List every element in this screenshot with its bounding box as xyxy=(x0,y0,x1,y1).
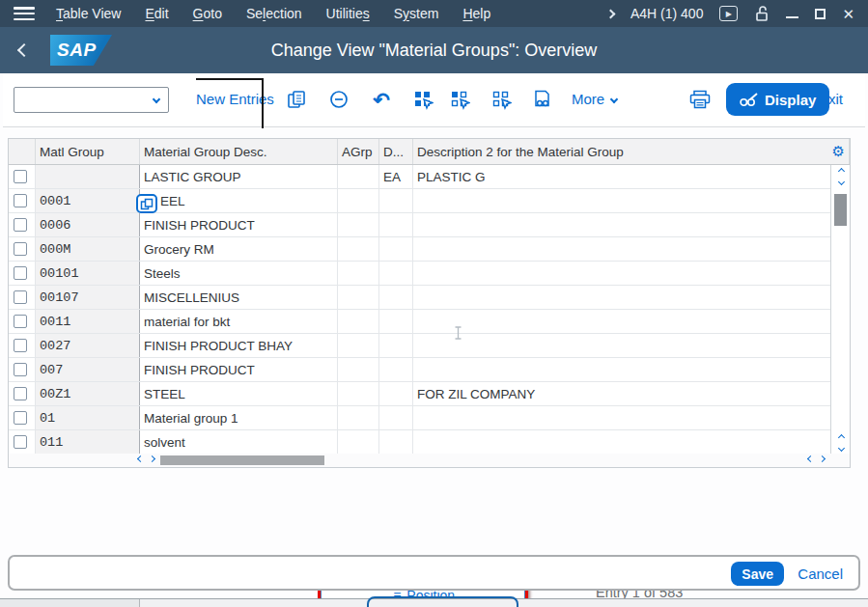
column-header-c2[interactable]: Material Group Desc. xyxy=(140,139,338,164)
cell-default-values[interactable] xyxy=(379,286,413,309)
cell-agrp[interactable] xyxy=(338,262,379,285)
print-preview-icon[interactable] xyxy=(532,89,553,110)
cell-matl-group[interactable]: 007 xyxy=(36,358,140,381)
scroll-left-icon[interactable] xyxy=(807,455,814,462)
row-checkbox[interactable] xyxy=(14,170,27,183)
menu-system[interactable]: System xyxy=(394,6,439,21)
row-checkbox[interactable] xyxy=(14,218,27,232)
cell-agrp[interactable] xyxy=(338,358,379,381)
minimize-button[interactable] xyxy=(786,9,798,18)
chevron-right-icon[interactable] xyxy=(607,11,614,17)
cell-description-2[interactable] xyxy=(413,286,832,309)
scroll-down-icon[interactable] xyxy=(837,179,844,185)
delete-row-icon[interactable] xyxy=(328,89,350,110)
maximize-button[interactable] xyxy=(815,9,826,19)
cell-description-2[interactable] xyxy=(413,213,832,236)
menu-help[interactable]: Help xyxy=(462,6,490,21)
cell-agrp[interactable] xyxy=(338,165,379,188)
row-checkbox[interactable] xyxy=(14,339,27,352)
cell-material-group-desc[interactable]: material for bkt xyxy=(140,310,338,333)
exit-button[interactable]: Exit xyxy=(819,91,843,107)
cell-agrp[interactable] xyxy=(338,237,379,261)
cell-matl-group[interactable]: 0027 xyxy=(36,334,140,357)
copy-icon[interactable] xyxy=(286,89,307,110)
scroll-right-icon[interactable] xyxy=(819,455,826,462)
header-select-column[interactable] xyxy=(9,139,36,164)
vertical-scroll-thumb[interactable] xyxy=(834,194,847,226)
cell-matl-group[interactable] xyxy=(36,165,140,188)
cell-matl-group[interactable]: 000M xyxy=(36,237,140,261)
cell-default-values[interactable] xyxy=(379,334,413,357)
cell-matl-group[interactable]: 00101 xyxy=(36,262,140,285)
scroll-up-icon[interactable] xyxy=(837,434,844,441)
cell-default-values[interactable] xyxy=(379,262,413,285)
menu-edit[interactable]: Edit xyxy=(145,6,168,21)
cell-agrp[interactable] xyxy=(338,213,379,236)
cell-agrp[interactable] xyxy=(338,382,379,405)
cell-default-values[interactable] xyxy=(379,189,413,212)
cell-default-values[interactable] xyxy=(379,358,413,381)
cell-material-group-desc[interactable]: FINISH PRODUCT BHAY xyxy=(140,334,338,357)
horizontal-scroll-thumb[interactable] xyxy=(160,455,324,465)
cell-default-values[interactable] xyxy=(379,310,413,333)
undo-icon[interactable]: ↶ xyxy=(371,89,392,110)
cell-default-values[interactable] xyxy=(379,213,413,236)
table-settings-gear-icon[interactable]: ⚙ xyxy=(832,143,845,160)
row-checkbox[interactable] xyxy=(14,266,27,280)
cell-material-group-desc[interactable]: FINISH PRODUCT xyxy=(140,213,338,236)
select-all-icon[interactable] xyxy=(412,89,434,110)
hamburger-menu-icon[interactable] xyxy=(14,7,35,20)
scroll-up-icon[interactable] xyxy=(837,168,844,175)
select-block-icon[interactable] xyxy=(449,89,470,110)
menu-utilities[interactable]: Utilities xyxy=(326,6,370,21)
cell-material-group-desc[interactable]: MISCELLENIUS xyxy=(140,286,338,309)
cell-default-values[interactable]: EA xyxy=(379,165,413,188)
menu-goto[interactable]: Goto xyxy=(193,6,222,21)
cell-description-2[interactable] xyxy=(413,406,832,429)
row-checkbox[interactable] xyxy=(14,363,27,376)
scroll-down-icon[interactable] xyxy=(837,445,844,452)
row-checkbox[interactable] xyxy=(14,242,27,256)
cell-material-group-desc[interactable]: FINISH PRODUCT xyxy=(140,358,338,381)
cell-agrp[interactable] xyxy=(338,334,379,357)
row-checkbox[interactable] xyxy=(14,435,27,449)
cell-material-group-desc[interactable]: Material group 1 xyxy=(140,406,338,429)
row-checkbox[interactable] xyxy=(14,387,27,400)
cell-material-group-desc[interactable]: solvent xyxy=(140,430,338,454)
cell-agrp[interactable] xyxy=(338,430,379,454)
column-header-c1[interactable]: Matl Group xyxy=(36,139,140,164)
row-checkbox[interactable] xyxy=(14,194,27,207)
vertical-scrollbar[interactable] xyxy=(830,165,850,455)
cell-agrp[interactable] xyxy=(338,286,379,309)
cell-matl-group[interactable]: 00Z1 xyxy=(36,382,140,405)
cell-matl-group[interactable]: 0006 xyxy=(36,213,140,236)
row-checkbox[interactable] xyxy=(14,315,27,328)
cell-agrp[interactable] xyxy=(338,406,379,429)
cell-matl-group[interactable]: 0001 xyxy=(36,189,140,212)
cancel-button[interactable]: Cancel xyxy=(798,566,843,582)
cell-material-group-desc[interactable]: STEEL xyxy=(140,382,338,405)
variant-combobox[interactable] xyxy=(14,87,169,113)
cell-description-2[interactable] xyxy=(413,237,832,261)
cell-matl-group[interactable]: 011 xyxy=(36,430,140,454)
more-menu-button[interactable]: More xyxy=(572,91,617,107)
cell-default-values[interactable] xyxy=(379,237,413,261)
horizontal-scrollbar[interactable] xyxy=(9,454,850,467)
cell-material-group-desc[interactable]: LASTIC GROUP xyxy=(140,165,338,188)
cell-default-values[interactable] xyxy=(379,406,413,429)
column-header-c4[interactable]: D... xyxy=(379,139,413,164)
cell-agrp[interactable] xyxy=(338,189,379,212)
cell-matl-group[interactable]: 0011 xyxy=(36,310,140,333)
cell-matl-group[interactable]: 00107 xyxy=(36,286,140,309)
cell-material-group-desc[interactable]: Grocery RM xyxy=(140,237,338,261)
cell-description-2[interactable] xyxy=(413,430,832,454)
cell-description-2[interactable]: PLASTIC G xyxy=(413,165,832,188)
cell-description-2[interactable] xyxy=(413,334,832,357)
row-checkbox[interactable] xyxy=(14,290,27,304)
scroll-right-icon[interactable] xyxy=(149,455,155,462)
cell-material-group-desc[interactable]: EEL xyxy=(140,189,338,212)
display-button[interactable]: Display xyxy=(726,83,829,116)
cell-description-2[interactable] xyxy=(413,189,832,212)
cell-agrp[interactable] xyxy=(338,310,379,333)
menu-selection[interactable]: Selection xyxy=(246,6,302,21)
